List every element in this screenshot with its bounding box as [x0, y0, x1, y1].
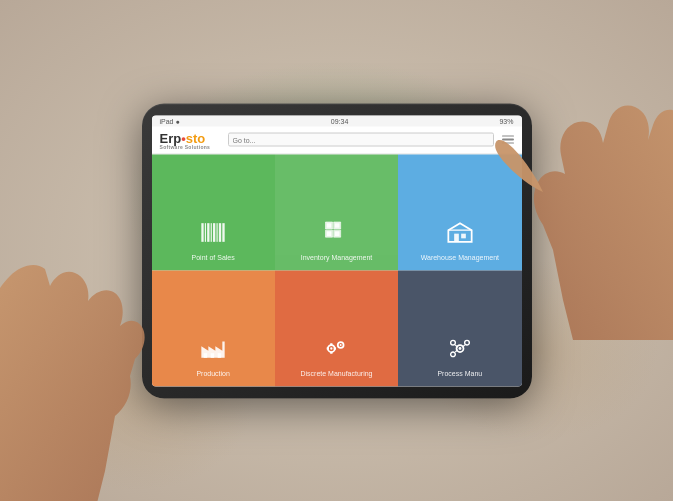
tile-discrete[interactable]: Discrete Manufacturing — [275, 270, 398, 386]
disc-label: Discrete Manufacturing — [299, 370, 375, 378]
factory-icon — [197, 333, 229, 365]
tile-pos[interactable]: Point of Sales — [152, 154, 275, 270]
boxes-icon — [320, 217, 352, 249]
svg-point-27 — [458, 347, 461, 350]
tablet-screen: iPad ● 09:34 93% Erp•sto Software Soluti… — [152, 115, 522, 386]
svg-rect-5 — [217, 223, 218, 242]
svg-rect-11 — [335, 231, 340, 236]
svg-point-30 — [450, 352, 455, 357]
svg-rect-0 — [201, 223, 203, 242]
svg-rect-3 — [211, 223, 212, 242]
scene: iPad ● 09:34 93% Erp•sto Software Soluti… — [0, 0, 673, 501]
prod-label: Production — [194, 370, 231, 378]
search-input[interactable] — [228, 133, 494, 147]
pos-label: Point of Sales — [190, 254, 237, 262]
svg-rect-23 — [331, 352, 333, 354]
svg-rect-2 — [207, 223, 209, 242]
svg-point-28 — [450, 340, 455, 345]
wh-label: Warehouse Management — [419, 254, 501, 262]
svg-rect-12 — [454, 234, 459, 242]
status-bar: iPad ● 09:34 93% — [152, 115, 522, 126]
logo: Erp•sto Software Solutions — [160, 130, 220, 149]
tile-inventory[interactable]: Inventory Management — [275, 154, 398, 270]
barcode-icon — [197, 217, 229, 249]
tablet: iPad ● 09:34 93% Erp•sto Software Soluti… — [142, 103, 532, 398]
svg-rect-16 — [211, 353, 215, 358]
gears-icon — [320, 333, 352, 365]
warehouse-icon — [444, 217, 476, 249]
svg-rect-4 — [213, 223, 215, 242]
logo-subtitle: Software Solutions — [160, 143, 220, 149]
svg-rect-1 — [205, 223, 206, 242]
svg-rect-7 — [222, 223, 224, 242]
svg-point-19 — [331, 347, 333, 349]
molecule-icon — [444, 333, 476, 365]
svg-rect-13 — [461, 234, 466, 239]
tile-production[interactable]: Production — [152, 270, 275, 386]
svg-rect-17 — [218, 353, 222, 358]
svg-rect-9 — [335, 223, 340, 228]
hand-left — [0, 231, 165, 501]
device-label: iPad ● — [160, 117, 180, 124]
svg-rect-8 — [327, 223, 332, 228]
time-display: 09:34 — [331, 117, 349, 124]
top-bar: Erp•sto Software Solutions — [152, 126, 522, 154]
inv-label: Inventory Management — [299, 254, 375, 262]
app-grid: Point of Sales Inventory Management — [152, 154, 522, 386]
svg-rect-22 — [331, 343, 333, 345]
svg-rect-15 — [204, 353, 207, 358]
svg-point-21 — [340, 344, 342, 346]
proc-label: Process Manu — [435, 370, 484, 378]
svg-rect-24 — [327, 347, 329, 349]
svg-rect-25 — [334, 347, 336, 349]
svg-point-29 — [464, 340, 469, 345]
svg-rect-6 — [219, 223, 221, 242]
hand-right — [493, 60, 673, 340]
svg-rect-10 — [327, 231, 332, 236]
